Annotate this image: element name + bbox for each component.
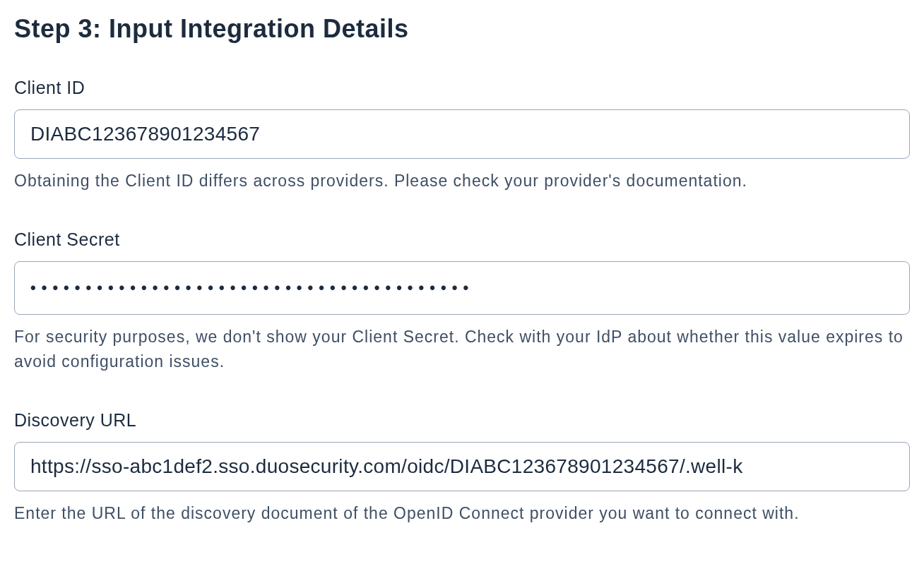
- step-title: Step 3: Input Integration Details: [14, 14, 910, 44]
- client-id-input[interactable]: [14, 109, 910, 159]
- discovery-url-help: Enter the URL of the discovery document …: [14, 501, 910, 527]
- client-secret-label: Client Secret: [14, 229, 910, 250]
- discovery-url-group: Discovery URL Enter the URL of the disco…: [14, 410, 910, 527]
- discovery-url-label: Discovery URL: [14, 410, 910, 431]
- client-secret-group: Client Secret For security purposes, we …: [14, 229, 910, 375]
- integration-details-form: Step 3: Input Integration Details Client…: [14, 14, 910, 527]
- discovery-url-input[interactable]: [14, 442, 910, 491]
- client-id-help: Obtaining the Client ID differs across p…: [14, 169, 910, 194]
- client-secret-help: For security purposes, we don't show you…: [14, 325, 910, 375]
- client-id-group: Client ID Obtaining the Client ID differ…: [14, 78, 910, 194]
- client-id-label: Client ID: [14, 78, 910, 98]
- client-secret-input[interactable]: [14, 261, 910, 315]
